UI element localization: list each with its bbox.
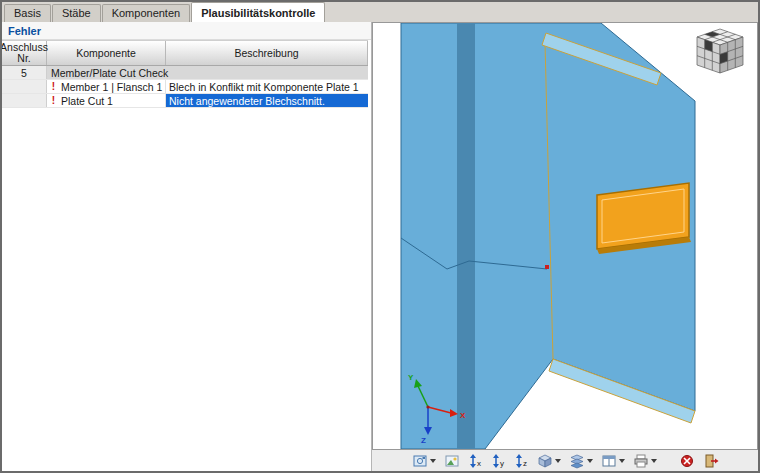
tab-komponenten[interactable]: Komponenten [102, 4, 191, 22]
navigation-cube-icon[interactable] [697, 29, 743, 73]
dropdown-caret-icon [651, 459, 657, 463]
conflict-marker [545, 265, 549, 269]
tab-basis[interactable]: Basis [4, 4, 51, 22]
deactivate-view-icon [679, 453, 695, 469]
dropdown-caret-icon [619, 459, 625, 463]
table-row[interactable]: ! Member 1 | Flansch 1 Blech in Konflikt… [2, 80, 368, 94]
print-button[interactable] [630, 451, 660, 470]
tab-staebe[interactable]: Stäbe [52, 4, 101, 22]
isometric-view-button[interactable] [534, 451, 564, 470]
isometric-view-icon [537, 453, 553, 469]
error-icon: ! [47, 80, 60, 93]
view-x-icon: x [468, 453, 483, 469]
error-panel: Fehler Anschluss Nr. Komponente Beschrei… [2, 22, 372, 471]
axis-y-label: Y [408, 373, 414, 382]
ribbon-tabbar: Basis Stäbe Komponenten Plausibilitätsko… [2, 2, 758, 22]
print-graphic-button[interactable] [409, 451, 439, 470]
background-image-icon [444, 453, 460, 469]
dropdown-caret-icon [587, 459, 593, 463]
tab-plausibilitaetskontrolle[interactable]: Plausibilitätskontrolle [191, 2, 325, 22]
svg-text:y: y [500, 459, 504, 468]
anschluss-nr-value: 5 [2, 66, 47, 79]
view-z-icon: z [514, 453, 529, 469]
work-window-icon [601, 453, 617, 469]
close-view-button[interactable] [700, 451, 722, 470]
svg-text:x: x [477, 459, 481, 468]
component-cell[interactable]: Member 1 | Flansch 1 [60, 80, 166, 93]
error-table-header: Anschluss Nr. Komponente Beschreibung [2, 40, 368, 66]
print-icon [633, 453, 649, 469]
anschluss-nr-cell [2, 94, 47, 107]
web-shading-stripe [457, 23, 475, 449]
print-graphic-icon [412, 453, 428, 469]
close-view-icon [703, 453, 719, 469]
error-table: Anschluss Nr. Komponente Beschreibung 5 … [2, 40, 368, 108]
table-row-group[interactable]: 5 Member/Plate Cut Check [2, 66, 368, 80]
header-beschreibung: Beschreibung [166, 41, 368, 65]
component-cell[interactable]: Plate Cut 1 [60, 94, 166, 107]
view-y-button[interactable]: y [488, 451, 509, 470]
anschluss-nr-cell [2, 80, 47, 93]
dropdown-caret-icon [430, 459, 436, 463]
background-image-button[interactable] [441, 451, 463, 470]
axis-x-label: X [460, 411, 466, 420]
layers-icon [569, 453, 585, 469]
table-row[interactable]: ! Plate Cut 1 Nicht angewendeter Blechsc… [2, 94, 368, 108]
application-window: Basis Stäbe Komponenten Plausibilitätsko… [0, 0, 760, 473]
dropdown-caret-icon [555, 459, 561, 463]
error-section-title: Fehler [2, 22, 371, 40]
view-toolbar: x y z [372, 450, 758, 471]
view-y-icon: y [491, 453, 506, 469]
group-label: Member/Plate Cut Check [47, 66, 368, 79]
3d-scene: X Y Z [373, 23, 757, 449]
3d-viewport[interactable]: X Y Z [372, 22, 758, 450]
svg-text:z: z [523, 459, 527, 468]
header-anschluss-nr: Anschluss Nr. [2, 41, 47, 65]
error-icon: ! [47, 94, 60, 107]
description-cell-selected[interactable]: Nicht angewendeter Blechschnitt. [166, 94, 368, 107]
view-x-button[interactable]: x [465, 451, 486, 470]
header-komponente: Komponente [47, 41, 166, 65]
view-z-button[interactable]: z [511, 451, 532, 470]
layers-button[interactable] [566, 451, 596, 470]
description-cell[interactable]: Blech in Konflikt mit Komponente Plate 1 [166, 80, 368, 93]
axis-z-label: Z [421, 436, 426, 445]
work-window-button[interactable] [598, 451, 628, 470]
deactivate-view-button[interactable] [676, 451, 698, 470]
